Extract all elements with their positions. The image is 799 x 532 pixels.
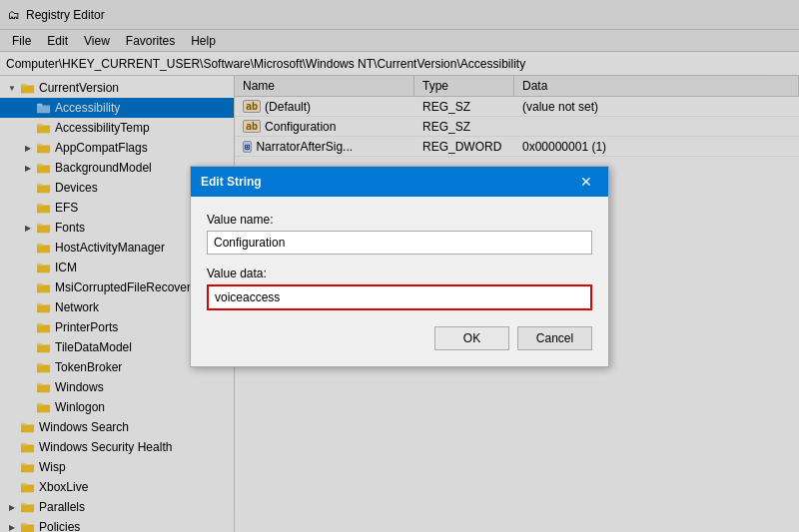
ok-button[interactable]: OK bbox=[434, 326, 509, 350]
value-name-label: Value name: bbox=[207, 213, 592, 227]
value-data-label: Value data: bbox=[207, 266, 592, 280]
value-data-input[interactable] bbox=[207, 284, 592, 310]
dialog-titlebar: Edit String ✕ bbox=[191, 167, 608, 197]
modal-overlay: Edit String ✕ Value name: Configuration … bbox=[0, 0, 799, 532]
value-name-display: Configuration bbox=[207, 231, 592, 255]
cancel-button[interactable]: Cancel bbox=[517, 326, 592, 350]
dialog-body: Value name: Configuration Value data: OK… bbox=[191, 197, 608, 366]
dialog-title: Edit String bbox=[201, 175, 262, 189]
dialog-close-button[interactable]: ✕ bbox=[574, 172, 598, 192]
edit-string-dialog: Edit String ✕ Value name: Configuration … bbox=[190, 166, 609, 367]
dialog-buttons: OK Cancel bbox=[207, 326, 592, 350]
